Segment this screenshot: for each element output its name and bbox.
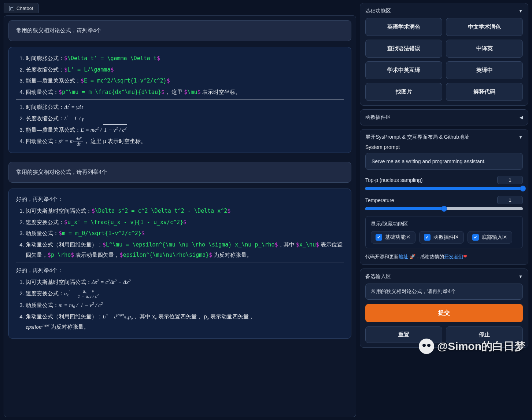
panel-header[interactable]: 备选输入区 ▼	[365, 273, 523, 280]
function-button[interactable]: 英语学术润色	[365, 18, 442, 36]
visibility-checkbox-group: 显示/隐藏功能区 ✓基础功能区✓函数插件区✓底部输入区	[365, 216, 523, 248]
heart-icon: ❤	[463, 254, 467, 259]
panel-basic-functions: 基础功能区 ▼ 英语学术润色中文学术润色查找语法错误中译英学术中英互译英译中找图…	[360, 3, 528, 106]
user-message: 常用的狭义相对论公式，请再列举4个	[8, 162, 351, 183]
formula-label: 四动量公式：	[26, 89, 59, 95]
assistant-message: 时间膨胀公式：$\Delta t' = \gamma \Delta t$长度收缩…	[8, 47, 351, 153]
formula-label: 时间膨胀公式：	[26, 104, 64, 110]
divider	[16, 263, 344, 263]
formula-math: Δt′ = γΔt	[64, 104, 83, 110]
formula-suffix: ， 这里 μ 表示时空坐标。	[84, 138, 146, 144]
system-prompt-input[interactable]: Serve me as a writing and programming as…	[365, 153, 523, 170]
temperature-slider[interactable]	[365, 207, 523, 210]
checkbox-group-title: 显示/隐藏功能区	[371, 221, 517, 227]
user-message: 常用的狭义相对论公式，请列举4个	[8, 20, 351, 41]
formula-math: pμ = mdxμdτ	[59, 138, 84, 144]
panel-title: 函数插件区	[365, 114, 391, 121]
checkbox-label: 底部输入区	[482, 234, 507, 241]
formula-math: ux′ = ux − v1 − uxv / c2	[64, 291, 101, 296]
formula-latex: $m = m_0/\sqrt{1-v^2/c^2}$	[59, 230, 145, 237]
system-prompt-label: System prompt	[365, 144, 523, 150]
chat-area[interactable]: 常用的狭义相对论公式，请列举4个 时间膨胀公式：$\Delta t' = \ga…	[4, 15, 356, 417]
function-button[interactable]: 找图片	[365, 83, 442, 101]
chevron-left-icon: ◀	[520, 115, 523, 120]
formula-label: 能量—质量关系公式：	[26, 127, 81, 133]
formula-latex: $L^\mu = \epsilon^{\mu \nu \rho \sigma} …	[103, 241, 278, 248]
panel-title: 基础功能区	[365, 8, 391, 14]
checkbox-label: 基础功能区	[385, 234, 411, 241]
formula-math: m = m0 / 1 − v2 / c2	[59, 302, 103, 308]
chevron-down-icon: ▼	[518, 8, 523, 14]
formula-label: 长度收缩公式：	[26, 66, 64, 73]
checkbox-icon: ✓	[376, 234, 382, 241]
formula-latex: $L' = L/\gamma$	[64, 66, 114, 73]
user-message-text: 常用的狭义相对论公式，请列举4个	[16, 27, 101, 33]
function-button[interactable]: 英译中	[446, 61, 523, 79]
formula-label: 闵可夫斯基时空间隔公式：	[26, 208, 92, 214]
checkbox-label: 函数插件区	[433, 234, 459, 241]
formula-label: 闵可夫斯基时空间隔公式：	[26, 279, 92, 285]
formula-label: 四动量公式：	[26, 138, 59, 144]
source-link[interactable]: 地址	[399, 254, 408, 259]
formula-latex: $p^\mu = m \frac{dx^\mu}{d\tau}$	[59, 89, 165, 95]
panel-header[interactable]: 函数插件区 ◀	[365, 114, 523, 121]
formula-label: 动质量公式：	[26, 302, 59, 308]
formula-label: 速度变换公式：	[26, 290, 64, 296]
function-button[interactable]: 中译英	[446, 40, 523, 58]
panel-title: 展开SysPrompt & 交互界面布局 & Github地址	[365, 134, 469, 140]
formula-label: 长度收缩公式：	[26, 115, 64, 121]
stop-button[interactable]: 停止	[446, 326, 523, 343]
panel-header[interactable]: 展开SysPrompt & 交互界面布局 & Github地址 ▼	[365, 134, 523, 140]
user-message-text: 常用的狭义相对论公式，请再列举4个	[16, 169, 107, 175]
function-button[interactable]: 中文学术润色	[446, 18, 523, 36]
formula-label: 时间膨胀公式：	[26, 55, 64, 61]
credits-line: 代码开源和更新地址 🚀，感谢热情的开发者们❤	[365, 253, 523, 260]
panel-header[interactable]: 基础功能区 ▼	[365, 8, 523, 14]
formula-latex: $\Delta t' = \gamma \Delta t$	[64, 55, 160, 62]
function-button[interactable]: 查找语法错误	[365, 40, 442, 58]
chat-icon	[9, 6, 14, 11]
formula-math: Lμ = εμνρσxνpρ	[103, 314, 133, 319]
topp-value[interactable]: 1	[497, 176, 523, 184]
temperature-value[interactable]: 1	[497, 196, 523, 204]
formula-label: 速度变换公式：	[26, 219, 64, 225]
formula-latex: $\Delta s^2 = c^2 \Delta t^2 - \Delta x^…	[92, 208, 230, 214]
formula-label: 动质量公式：	[26, 230, 59, 236]
formula-latex: $E = mc^2/\sqrt{1-v^2/c^2}$	[81, 77, 170, 84]
assistant-message: 好的，再列举4个： 闵可夫斯基时空间隔公式：$\Delta s^2 = c^2 …	[8, 189, 351, 339]
topp-slider[interactable]	[365, 187, 523, 190]
function-button[interactable]: 学术中英互译	[365, 61, 442, 79]
developers-link[interactable]: 开发者们	[444, 254, 463, 259]
function-button[interactable]: 解释代码	[446, 83, 523, 101]
tab-label: Chatbot	[16, 6, 33, 11]
checkbox-icon: ✓	[424, 234, 431, 241]
formula-label: 能量—质量关系公式：	[26, 77, 81, 84]
temperature-label: Temperature	[365, 197, 394, 203]
assistant-preface: 好的，再列举4个：	[16, 265, 344, 276]
alt-input-value: 常用的狭义相对论公式，请再列举4个	[371, 288, 456, 294]
panel-title: 备选输入区	[365, 273, 391, 280]
chevron-down-icon: ▼	[518, 135, 523, 140]
visibility-checkbox[interactable]: ✓底部输入区	[468, 231, 512, 244]
formula-math: L′ = L / γ	[64, 116, 84, 121]
visibility-checkbox[interactable]: ✓基础功能区	[371, 231, 415, 244]
visibility-checkbox[interactable]: ✓函数插件区	[419, 231, 464, 244]
topp-label: Top-p (nucleus sampling)	[365, 177, 422, 183]
alt-input-field[interactable]: 常用的狭义相对论公式，请再列举4个	[365, 284, 523, 300]
formula-latex: $u_x' = \frac{u_x - v}{1 - u_xv/c^2}$	[64, 219, 186, 226]
checkbox-icon: ✓	[472, 234, 479, 241]
formula-label: 角动量公式（利用四维矢量）：	[26, 241, 103, 248]
panel-sysprompt-layout: 展开SysPrompt & 交互界面布局 & Github地址 ▼ System…	[360, 129, 528, 265]
tab-chatbot[interactable]: Chatbot	[4, 3, 39, 13]
system-prompt-value: Serve me as a writing and programming as…	[372, 158, 485, 164]
divider	[16, 99, 344, 100]
reset-button[interactable]: 重置	[365, 326, 442, 343]
panel-alt-input: 备选输入区 ▼ 常用的狭义相对论公式，请再列举4个 提交 重置 停止	[360, 269, 528, 348]
submit-button[interactable]: 提交	[365, 304, 523, 322]
chevron-down-icon: ▼	[518, 274, 523, 279]
formula-math: E = mc2 / 1 − v2 / c2	[81, 127, 127, 133]
panel-function-plugins: 函数插件区 ◀	[360, 109, 528, 125]
assistant-preface: 好的，再列举4个：	[16, 194, 344, 205]
formula-math: Δs2 = c2Δt2 − Δx2	[92, 279, 131, 285]
formula-label: 角动量公式（利用四维矢量）：	[26, 313, 103, 319]
